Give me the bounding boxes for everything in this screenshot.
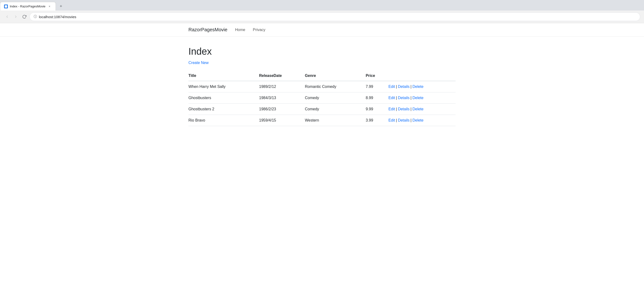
tab-close-button[interactable]: × bbox=[48, 4, 52, 9]
sep-2: | bbox=[410, 85, 412, 89]
details-link[interactable]: Details bbox=[398, 96, 410, 100]
edit-link[interactable]: Edit bbox=[388, 107, 395, 111]
active-tab[interactable]: Index - RazorPagesMovie × bbox=[0, 2, 56, 11]
table-row: When Harry Met Sally 1989/2/12 Romantic … bbox=[188, 81, 456, 92]
table-row: Ghostbusters 1984/3/13 Comedy 8.99 Edit … bbox=[188, 92, 456, 104]
address-bar: ⓘ localhost:10874/movies bbox=[0, 11, 644, 23]
site-nav: RazorPagesMovie Home Privacy bbox=[0, 23, 644, 37]
details-link[interactable]: Details bbox=[398, 118, 410, 123]
url-text: localhost:10874/movies bbox=[39, 15, 76, 19]
tab-bar: Index - RazorPagesMovie × + bbox=[0, 0, 644, 11]
cell-release-date: 1959/4/15 bbox=[259, 115, 305, 126]
cell-genre: Comedy bbox=[305, 104, 366, 115]
cell-release-date: 1989/2/12 bbox=[259, 81, 305, 92]
movies-table: Title ReleaseDate Genre Price When Harry… bbox=[188, 71, 456, 126]
sep-2: | bbox=[410, 118, 412, 123]
url-bar[interactable]: ⓘ localhost:10874/movies bbox=[30, 13, 640, 21]
table-row: Ghostbusters 2 1986/2/23 Comedy 9.99 Edi… bbox=[188, 104, 456, 115]
brand-name: RazorPagesMovie bbox=[188, 27, 227, 33]
tab-title: Index - RazorPagesMovie bbox=[10, 5, 46, 8]
nav-privacy-link[interactable]: Privacy bbox=[253, 28, 265, 32]
edit-link[interactable]: Edit bbox=[388, 96, 395, 100]
sep-1: | bbox=[396, 107, 397, 111]
sep-2: | bbox=[410, 107, 412, 111]
cell-genre: Western bbox=[305, 115, 366, 126]
create-new-link[interactable]: Create New bbox=[188, 61, 208, 65]
cell-price: 8.99 bbox=[366, 92, 388, 104]
main-content: Index Create New Title ReleaseDate Genre… bbox=[179, 37, 465, 136]
col-price: Price bbox=[366, 71, 388, 81]
cell-actions: Edit | Details | Delete bbox=[388, 92, 456, 104]
cell-price: 3.99 bbox=[366, 115, 388, 126]
sep-1: | bbox=[396, 118, 397, 123]
col-release-date: ReleaseDate bbox=[259, 71, 305, 81]
delete-link[interactable]: Delete bbox=[412, 118, 423, 123]
sep-2: | bbox=[410, 96, 412, 100]
col-title: Title bbox=[188, 71, 259, 81]
reload-button[interactable] bbox=[21, 13, 28, 20]
svg-rect-0 bbox=[5, 5, 7, 8]
cell-title: Ghostbusters 2 bbox=[188, 104, 259, 115]
cell-actions: Edit | Details | Delete bbox=[388, 104, 456, 115]
back-button[interactable] bbox=[4, 13, 10, 20]
details-link[interactable]: Details bbox=[398, 85, 410, 89]
delete-link[interactable]: Delete bbox=[412, 96, 423, 100]
tab-favicon bbox=[4, 5, 8, 8]
col-genre: Genre bbox=[305, 71, 366, 81]
details-link[interactable]: Details bbox=[398, 107, 410, 111]
cell-title: When Harry Met Sally bbox=[188, 81, 259, 92]
browser-chrome: Index - RazorPagesMovie × + ⓘ localhost:… bbox=[0, 0, 644, 23]
table-row: Rio Bravo 1959/4/15 Western 3.99 Edit | … bbox=[188, 115, 456, 126]
cell-title: Ghostbusters bbox=[188, 92, 259, 104]
edit-link[interactable]: Edit bbox=[388, 85, 395, 89]
cell-actions: Edit | Details | Delete bbox=[388, 81, 456, 92]
page-title: Index bbox=[188, 46, 456, 57]
cell-genre: Comedy bbox=[305, 92, 366, 104]
col-actions bbox=[388, 71, 456, 81]
cell-price: 7.99 bbox=[366, 81, 388, 92]
cell-price: 9.99 bbox=[366, 104, 388, 115]
cell-title: Rio Bravo bbox=[188, 115, 259, 126]
cell-release-date: 1984/3/13 bbox=[259, 92, 305, 104]
forward-button[interactable] bbox=[12, 13, 19, 20]
edit-link[interactable]: Edit bbox=[388, 118, 395, 123]
delete-link[interactable]: Delete bbox=[412, 107, 423, 111]
cell-actions: Edit | Details | Delete bbox=[388, 115, 456, 126]
cell-release-date: 1986/2/23 bbox=[259, 104, 305, 115]
new-tab-button[interactable]: + bbox=[57, 2, 65, 11]
cell-genre: Romantic Comedy bbox=[305, 81, 366, 92]
table-body: When Harry Met Sally 1989/2/12 Romantic … bbox=[188, 81, 456, 126]
nav-home-link[interactable]: Home bbox=[235, 28, 245, 32]
delete-link[interactable]: Delete bbox=[412, 85, 423, 89]
lock-icon: ⓘ bbox=[34, 15, 37, 19]
sep-1: | bbox=[396, 96, 397, 100]
sep-1: | bbox=[396, 85, 397, 89]
table-header: Title ReleaseDate Genre Price bbox=[188, 71, 456, 81]
